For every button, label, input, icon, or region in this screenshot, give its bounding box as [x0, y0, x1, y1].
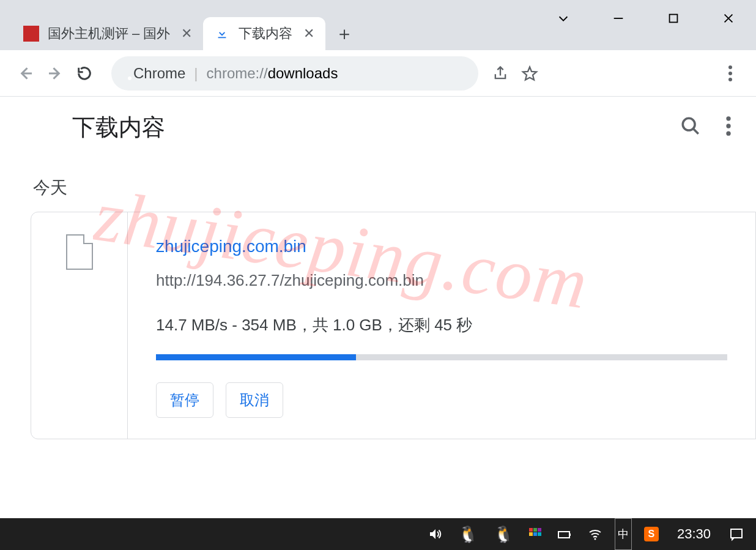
- omnibox-separator: |: [194, 65, 198, 82]
- svg-point-8: [726, 124, 730, 128]
- page-menu-icon[interactable]: [725, 116, 732, 139]
- bookmark-star-icon[interactable]: [515, 59, 544, 88]
- ime-indicator[interactable]: 中: [615, 518, 632, 550]
- svg-rect-15: [538, 532, 541, 536]
- svg-rect-10: [529, 528, 533, 532]
- download-progress-fill: [156, 354, 356, 360]
- tab-close-icon[interactable]: ✕: [181, 26, 192, 42]
- maximize-button[interactable]: [646, 0, 701, 37]
- tab-strip: 国外主机测评 – 国外 ✕ 下载内容 ✕ ＋: [12, 13, 358, 50]
- share-icon[interactable]: [486, 59, 515, 88]
- notifications-icon[interactable]: [725, 518, 747, 550]
- page-header: 下载内容: [0, 97, 756, 158]
- qq-icon[interactable]: 🐧: [490, 518, 517, 550]
- clock[interactable]: 23:30: [671, 518, 717, 550]
- svg-rect-12: [529, 532, 533, 536]
- battery-icon[interactable]: [554, 518, 576, 550]
- svg-point-3: [728, 72, 732, 75]
- svg-rect-19: [731, 529, 742, 538]
- download-item: zhujiceping.com.bin http://194.36.27.7/z…: [31, 212, 756, 439]
- browser-window: 国外主机测评 – 国外 ✕ 下载内容 ✕ ＋: [0, 0, 756, 550]
- download-url: http://194.36.27.7/zhujiceping.com.bin: [156, 271, 727, 290]
- tab-close-icon[interactable]: ✕: [303, 26, 314, 42]
- omnibox-scheme: chrome://: [207, 65, 268, 82]
- download-arrow-icon: [214, 26, 230, 42]
- forward-button[interactable]: [40, 59, 70, 88]
- svg-rect-1: [670, 15, 678, 23]
- svg-rect-13: [533, 532, 537, 536]
- pause-button[interactable]: 暂停: [156, 382, 213, 418]
- page-title: 下载内容: [72, 112, 165, 143]
- window-controls: [536, 0, 756, 37]
- tab-active[interactable]: 下载内容 ✕: [203, 17, 325, 50]
- new-tab-button[interactable]: ＋: [330, 20, 358, 48]
- svg-point-7: [726, 116, 730, 121]
- titlebar: 国外主机测评 – 国外 ✕ 下载内容 ✕ ＋: [0, 0, 756, 50]
- svg-line-6: [693, 128, 699, 134]
- svg-rect-16: [558, 532, 569, 538]
- tab-title: 下载内容: [239, 24, 292, 43]
- cancel-button[interactable]: 取消: [226, 382, 283, 418]
- address-bar[interactable]: Chrome | chrome://downloads: [111, 56, 478, 91]
- color-grid-icon[interactable]: [525, 518, 545, 550]
- taskbar: 🐧 🐧 中 S 23:30: [0, 518, 756, 550]
- browser-menu-icon[interactable]: [716, 59, 745, 88]
- file-icon: [66, 234, 93, 270]
- wifi-icon[interactable]: [584, 518, 606, 550]
- downloads-page: zhujiceping.com 下载内容 今天 zhujiceping.com.…: [0, 97, 756, 550]
- omnibox-label: Chrome: [133, 65, 185, 82]
- date-group-label: 今天: [33, 176, 756, 199]
- caret-down-icon[interactable]: [536, 0, 591, 37]
- volume-icon[interactable]: [424, 518, 446, 550]
- svg-rect-17: [569, 533, 571, 536]
- svg-point-9: [726, 132, 730, 136]
- download-progress-text: 14.7 MB/s - 354 MB，共 1.0 GB，还剩 45 秒: [156, 314, 727, 336]
- svg-rect-11: [533, 528, 537, 532]
- download-filename[interactable]: zhujiceping.com.bin: [156, 237, 727, 256]
- svg-point-5: [683, 118, 695, 130]
- toolbar: Chrome | chrome://downloads: [0, 50, 756, 97]
- sogou-ime-icon[interactable]: S: [640, 518, 662, 550]
- reload-button[interactable]: [70, 59, 99, 88]
- download-actions: 暂停 取消: [156, 382, 727, 418]
- minimize-button[interactable]: [591, 0, 646, 37]
- svg-rect-14: [538, 528, 541, 532]
- qq-icon[interactable]: 🐧: [454, 518, 481, 550]
- tab-title: 国外主机测评 – 国外: [48, 24, 170, 43]
- chrome-logo-icon: [24, 112, 55, 143]
- download-body: zhujiceping.com.bin http://194.36.27.7/z…: [128, 212, 755, 439]
- svg-point-18: [594, 538, 596, 540]
- download-progress-bar: [156, 354, 727, 360]
- download-icon-area: [31, 212, 128, 439]
- svg-point-2: [728, 65, 732, 69]
- favicon-red-icon: [23, 26, 39, 42]
- back-button[interactable]: [11, 59, 40, 88]
- search-icon[interactable]: [680, 116, 701, 139]
- svg-point-4: [728, 78, 732, 81]
- omnibox-path: downloads: [268, 65, 338, 82]
- close-window-button[interactable]: [701, 0, 756, 37]
- tab-inactive[interactable]: 国外主机测评 – 国外 ✕: [12, 17, 203, 50]
